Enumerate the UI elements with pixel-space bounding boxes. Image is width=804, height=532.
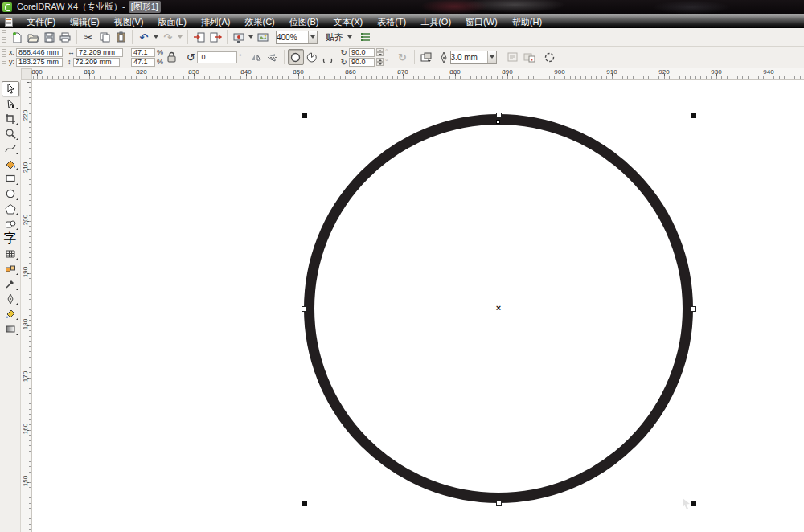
snap-dropdown-arrow [347,35,352,39]
redo-dropdown-arrow[interactable] [178,35,183,39]
menu-file[interactable]: 文件(F) [19,15,63,28]
menu-edit[interactable]: 编辑(E) [63,15,107,28]
x-label: x: [9,48,14,56]
horizontal-ruler[interactable]: 8008108208308408508608708808909009109209… [32,68,804,80]
mirror-vertical-button[interactable] [265,49,281,65]
menu-layout[interactable]: 版面(L) [150,15,193,28]
arc-mode-button[interactable] [320,49,336,65]
application-launcher-button[interactable] [231,29,247,45]
undo-dropdown-arrow[interactable] [154,35,158,39]
pie-mode-button[interactable] [304,49,320,65]
crop-tool[interactable] [2,111,19,126]
selection-handle-top-center[interactable] [496,113,502,118]
launcher-dropdown-arrow[interactable] [248,35,253,39]
object-center-marker[interactable]: × [494,303,503,313]
ellipse-mode-button[interactable] [288,49,304,65]
rotate-icon: ↺ [187,51,195,63]
zoom-tool[interactable] [2,126,19,141]
title-bar[interactable]: CorelDRAW X4（专业版）- [图形1] [0,0,804,14]
selection-handle-bottom-center[interactable] [496,501,502,506]
new-document-button[interactable] [9,29,25,45]
end-angle-input[interactable] [349,58,375,67]
polygon-tool[interactable] [2,202,19,217]
copy-button[interactable] [96,29,113,45]
menu-view[interactable]: 视图(V) [107,15,151,28]
export-button[interactable] [207,29,224,45]
menu-bitmaps[interactable]: 位图(B) [282,15,326,28]
selection-handle-bottom-left[interactable] [302,501,307,506]
ellipse-node[interactable] [496,120,500,124]
paste-button[interactable] [113,29,129,45]
zoom-dropdown-arrow[interactable] [308,31,317,43]
document-window-icon[interactable] [5,17,13,27]
ellipse-tool[interactable] [2,186,19,202]
selection-handle-top-right[interactable] [691,113,696,118]
basic-shapes-tool[interactable] [2,216,19,231]
text-tool[interactable]: 字 [2,231,19,247]
drawing-canvas[interactable]: × [32,80,804,532]
selection-handle-top-left[interactable] [302,113,307,118]
y-position-input[interactable] [16,58,63,67]
zoom-level-combobox[interactable]: 400% [276,31,318,44]
menu-tools[interactable]: 工具(O) [413,15,458,28]
interactive-fill-tool[interactable] [2,321,19,337]
to-front-of-layer-button[interactable] [418,49,434,65]
smart-fill-tool[interactable] [2,156,19,171]
interactive-blend-tool[interactable] [2,261,19,276]
mirror-horizontal-button[interactable] [248,49,265,65]
wrap-text-button[interactable] [505,49,521,65]
scale-h-input[interactable] [131,48,155,57]
percent-sign: % [157,58,163,66]
object-width-input[interactable] [76,48,123,57]
options-button[interactable] [357,29,373,45]
menu-table[interactable]: 表格(T) [370,15,413,28]
toolbar-grip[interactable] [2,30,6,44]
scale-v-input[interactable] [131,58,155,67]
change-direction-button[interactable]: ↻ [395,49,411,65]
end-angle-spinner[interactable] [376,58,384,66]
selection-handle-middle-left[interactable] [302,306,307,312]
redo-button[interactable]: ↷ [160,29,176,45]
outline-pen-tool[interactable] [2,292,19,307]
object-position-group: x: y: [9,48,63,67]
x-position-input[interactable] [16,48,63,57]
cut-button[interactable]: ✂ [80,29,96,45]
freehand-tool[interactable] [2,141,19,157]
menu-effects[interactable]: 效果(C) [238,15,282,28]
start-angle-spinner[interactable] [376,48,384,56]
rotation-angle-input[interactable] [197,51,237,63]
table-tool[interactable] [2,247,19,262]
save-button[interactable] [41,29,57,45]
eyedropper-tool[interactable] [2,276,19,292]
selection-handle-middle-right[interactable] [691,306,696,312]
coreldraw-app-icon [2,2,12,12]
pick-tool[interactable] [2,81,19,96]
outline-width-combobox[interactable]: 3.0 mm [450,51,497,64]
propbar-grip[interactable] [2,49,6,66]
lock-ratio-button[interactable] [163,49,179,65]
vertical-ruler[interactable]: 220210200190180170160150 [21,80,32,532]
welcome-screen-button[interactable] [255,29,271,45]
snap-to-button[interactable]: 贴齐 [322,31,357,43]
rectangle-tool[interactable] [2,171,19,186]
menu-arrange[interactable]: 排列(A) [194,15,238,28]
undo-button[interactable]: ↶ [136,29,152,45]
outline-width-dropdown-arrow[interactable] [487,51,496,63]
print-button[interactable] [57,29,73,45]
open-button[interactable] [25,29,41,45]
fill-tool[interactable] [2,306,19,321]
shape-tool[interactable] [2,96,19,112]
menu-help[interactable]: 帮助(H) [505,15,549,28]
start-angle-icon: ↻ [341,48,347,57]
hruler-label: 900 [554,68,564,76]
start-angle-input[interactable] [349,48,375,57]
import-button[interactable] [191,29,207,45]
convert-to-curves-button[interactable] [521,49,537,65]
open-properties-button[interactable] [542,49,558,65]
hruler-label: 930 [711,68,721,76]
ruler-origin-button[interactable] [21,68,32,80]
menu-window[interactable]: 窗口(W) [458,15,505,28]
menu-text[interactable]: 文本(X) [326,15,370,28]
menu-bar: 文件(F) 编辑(E) 视图(V) 版面(L) 排列(A) 效果(C) 位图(B… [0,14,804,28]
object-height-input[interactable] [73,58,120,67]
